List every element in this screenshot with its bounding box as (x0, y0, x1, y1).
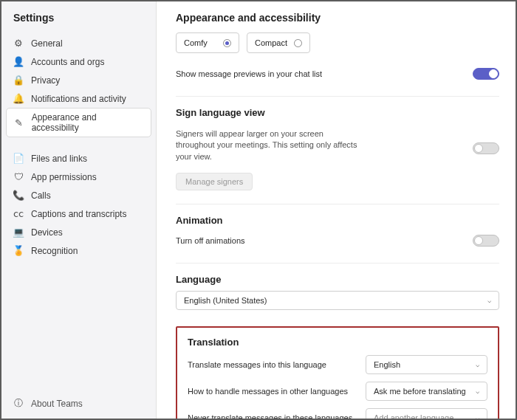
divider (176, 263, 499, 264)
sign-language-toggle[interactable] (473, 142, 499, 154)
sidebar-item-recognition[interactable]: 🏅 Recognition (1, 241, 156, 260)
shield-icon: 🛡 (13, 171, 24, 182)
divider (176, 204, 499, 204)
animation-section: Animation Turn off animations (176, 215, 499, 249)
sidebar-item-label: General (31, 38, 63, 49)
radio-icon (294, 39, 302, 47)
never-translate-select[interactable]: Add another language ⌵ (366, 408, 487, 419)
section-heading: Translation (188, 337, 487, 348)
chevron-down-icon: ⌵ (476, 414, 479, 419)
density-compact[interactable]: Compact (247, 32, 310, 53)
previews-label: Show message previews in your chat list (176, 69, 322, 78)
chevron-down-icon: ⌵ (487, 297, 491, 304)
sidebar-title: Settings (1, 12, 156, 31)
previews-toggle[interactable] (473, 68, 499, 80)
cc-icon: ᴄᴄ (13, 208, 24, 219)
sidebar-item-captions[interactable]: ᴄᴄ Captions and transcripts (1, 204, 156, 223)
translate-handle-select[interactable]: Ask me before translating ⌵ (366, 382, 487, 401)
animation-row: Turn off animations (176, 232, 499, 249)
phone-icon: 📞 (13, 190, 24, 201)
info-icon: ⓘ (13, 397, 24, 410)
language-section: Language English (United States) ⌵ (176, 274, 499, 310)
sidebar-item-app-permissions[interactable]: 🛡 App permissions (1, 168, 156, 186)
pencil-icon: ✎ (14, 117, 24, 128)
translate-handle-value: Ask me before translating (374, 387, 466, 396)
sidebar-item-notifications[interactable]: 🔔 Notifications and activity (1, 89, 156, 108)
settings-main: Appearance and accessibility Comfy Compa… (157, 1, 516, 419)
sidebar-item-label: App permissions (31, 172, 97, 182)
translate-into-select[interactable]: English ⌵ (366, 355, 487, 374)
sidebar-item-privacy[interactable]: 🔒 Privacy (1, 71, 156, 89)
density-label: Compact (255, 38, 287, 47)
divider (176, 96, 499, 97)
sign-language-section: Sign language view Signers will appear l… (176, 107, 499, 190)
translate-into-row: Translate messages into this language En… (188, 355, 487, 374)
page-title: Appearance and accessibility (176, 12, 499, 24)
translate-handle-label: How to handle messages in other language… (188, 387, 348, 396)
lock-icon: 🔒 (13, 75, 24, 86)
sidebar-item-general[interactable]: ⚙ General (1, 34, 156, 52)
monitor-icon: 💻 (13, 227, 24, 238)
density-row: Comfy Compact (176, 32, 499, 53)
settings-sidebar: Settings ⚙ General 👤 Accounts and orgs 🔒… (1, 1, 157, 419)
never-translate-row: Never translate messages in these langua… (188, 408, 487, 419)
person-icon: 👤 (13, 56, 24, 67)
sidebar-item-label: Calls (31, 190, 51, 201)
manage-signers-button[interactable]: Manage signers (176, 173, 253, 190)
sidebar-item-label: Privacy (31, 75, 60, 86)
previews-row: Show message previews in your chat list (176, 65, 499, 83)
translation-section: Translation Translate messages into this… (176, 326, 499, 419)
translate-into-value: English (374, 360, 400, 369)
section-heading: Animation (176, 215, 499, 226)
sidebar-item-label: About Teams (31, 399, 83, 409)
chevron-down-icon: ⌵ (476, 361, 479, 368)
sidebar-group-1: ⚙ General 👤 Accounts and orgs 🔒 Privacy … (1, 34, 156, 137)
sidebar-item-files[interactable]: 📄 Files and links (1, 149, 156, 168)
sidebar-item-calls[interactable]: 📞 Calls (1, 186, 156, 204)
file-icon: 📄 (13, 153, 24, 164)
language-select[interactable]: English (United States) ⌵ (176, 291, 499, 310)
translate-into-label: Translate messages into this language (188, 360, 326, 369)
section-heading: Sign language view (176, 107, 499, 118)
sign-language-desc: Signers will appear larger on your scree… (176, 128, 360, 162)
sidebar-item-appearance[interactable]: ✎ Appearance and accessibility (6, 108, 151, 137)
chevron-down-icon: ⌵ (476, 388, 479, 395)
language-value: English (United States) (184, 296, 267, 305)
sidebar-item-label: Accounts and orgs (31, 57, 104, 67)
sidebar-item-label: Captions and transcripts (31, 209, 126, 219)
section-heading: Language (176, 274, 499, 285)
density-section: Comfy Compact Show message previews in y… (176, 32, 499, 83)
sidebar-item-label: Devices (31, 227, 63, 238)
sidebar-item-accounts[interactable]: 👤 Accounts and orgs (1, 52, 156, 71)
sidebar-item-label: Notifications and activity (31, 94, 126, 104)
density-label: Comfy (184, 38, 208, 47)
sidebar-item-label: Files and links (31, 154, 87, 164)
sidebar-item-label: Recognition (31, 246, 78, 256)
never-translate-label: Never translate messages in these langua… (188, 413, 352, 419)
animation-label: Turn off animations (176, 236, 245, 245)
sidebar-item-label: Appearance and accessibility (32, 112, 143, 133)
sidebar-item-devices[interactable]: 💻 Devices (1, 223, 156, 241)
translate-handle-row: How to handle messages in other language… (188, 382, 487, 401)
never-translate-value: Add another language (374, 413, 453, 419)
gear-icon: ⚙ (13, 38, 24, 49)
density-comfy[interactable]: Comfy (176, 32, 239, 53)
sidebar-group-2: 📄 Files and links 🛡 App permissions 📞 Ca… (1, 149, 156, 260)
bell-icon: 🔔 (13, 93, 24, 104)
sign-language-row: Signers will appear larger on your scree… (176, 124, 499, 173)
radio-icon (223, 39, 231, 47)
ribbon-icon: 🏅 (13, 245, 24, 256)
animation-toggle[interactable] (473, 235, 499, 247)
sidebar-item-about[interactable]: ⓘ About Teams (1, 388, 156, 419)
